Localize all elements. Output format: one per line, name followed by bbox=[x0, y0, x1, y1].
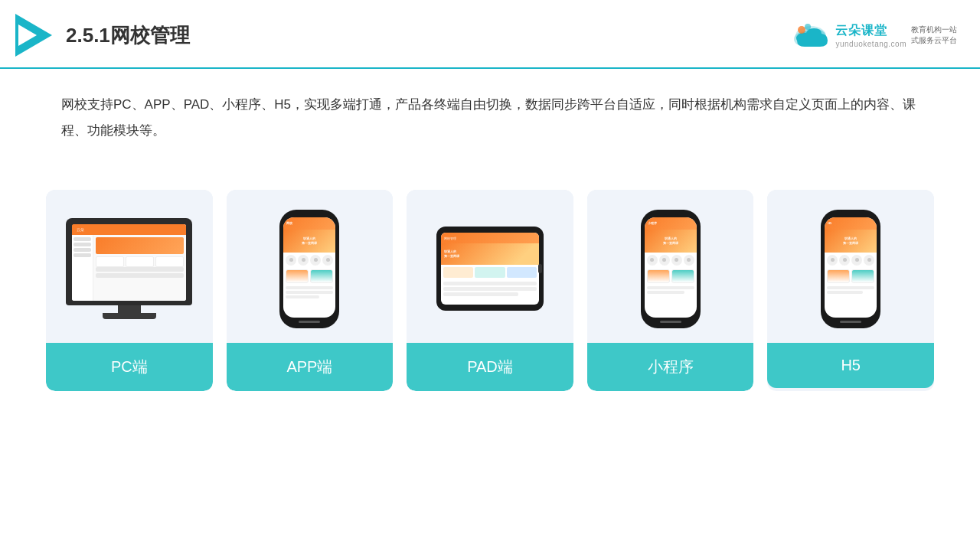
ph-icon-item bbox=[298, 255, 309, 266]
tab-bottom-rows bbox=[441, 280, 539, 299]
ph-header: H5 bbox=[825, 217, 877, 230]
card-pc-image: 云朵 bbox=[46, 190, 213, 343]
ph-icon-dot bbox=[650, 258, 654, 262]
tab-hero: 职通人的第一堂网课 bbox=[441, 243, 539, 265]
svg-point-3 bbox=[798, 26, 805, 34]
ph-icon-dot bbox=[314, 258, 318, 262]
ph-icon-dot bbox=[662, 258, 666, 262]
ph-icons-row bbox=[825, 253, 877, 268]
tablet-mockup: 网校管理 职通人的第一堂网课 bbox=[436, 227, 544, 311]
ph-content-row bbox=[647, 291, 685, 294]
ph-icon-item bbox=[659, 255, 670, 266]
ph-icon-item bbox=[671, 255, 682, 266]
phone-home-bar bbox=[299, 321, 320, 323]
ph-icon-item bbox=[286, 255, 296, 266]
card-miniapp-image: 小程序 职通人的第一堂网课 bbox=[587, 190, 754, 343]
monitor-screen: 云朵 bbox=[72, 224, 186, 301]
app-phone-screen: 网校 职通人的第一堂网课 bbox=[283, 217, 335, 318]
phone-notch bbox=[300, 210, 318, 215]
brand-url: yunduoketang.com bbox=[835, 40, 906, 48]
tab-header-text: 网校管理 bbox=[444, 236, 456, 240]
ph-icon-item bbox=[310, 255, 321, 266]
brand-logo-top: 云朵课堂 yunduoketang.com 教育机构一站式服务云平台 bbox=[791, 22, 957, 48]
tab-row bbox=[443, 287, 537, 291]
header-left: 2.5.1网校管理 bbox=[15, 14, 190, 57]
screen-main-row bbox=[96, 273, 184, 278]
screen-hero bbox=[96, 237, 184, 254]
pc-monitor: 云朵 bbox=[66, 218, 192, 319]
ph-header-text: H5 bbox=[828, 221, 831, 225]
ph-content-row bbox=[827, 291, 863, 294]
screen-main-row bbox=[96, 267, 184, 272]
sidebar-item bbox=[74, 253, 91, 257]
brand-arrow-icon bbox=[15, 14, 55, 57]
miniapp-phone-mockup: 小程序 职通人的第一堂网课 bbox=[641, 210, 701, 328]
ph-content-block bbox=[645, 285, 697, 297]
ph-icon-dot bbox=[843, 258, 847, 262]
ph-icon-dot bbox=[289, 258, 293, 262]
ph-course-item bbox=[827, 269, 850, 283]
tab-row bbox=[443, 292, 518, 296]
screen-bar: 云朵 bbox=[72, 224, 186, 235]
ph-course-grid bbox=[825, 268, 877, 285]
ph-course-item bbox=[647, 269, 670, 283]
tab-hero-content: 职通人的第一堂网课 bbox=[444, 249, 459, 258]
screen-cards-row bbox=[96, 256, 184, 267]
ph-hero: 职通人的第一堂网课 bbox=[283, 230, 335, 253]
ph-course-item bbox=[310, 269, 333, 283]
ph-hero-text: 职通人的第一堂网课 bbox=[302, 236, 317, 244]
h5-phone-mockup: H5 职通人的第一堂网课 bbox=[821, 210, 880, 328]
screen-main bbox=[93, 235, 186, 301]
tab-grid bbox=[441, 265, 539, 280]
phone-home-bar bbox=[840, 321, 861, 323]
ph-content-row bbox=[286, 291, 333, 294]
ph-icon-item bbox=[322, 255, 333, 266]
screen-card-mini bbox=[155, 256, 184, 267]
tab-grid-item bbox=[443, 267, 473, 278]
ph-icons-row bbox=[645, 253, 697, 268]
screen-sidebar bbox=[72, 235, 93, 301]
card-pad: 网校管理 职通人的第一堂网课 bbox=[407, 190, 573, 391]
card-app: 网校 职通人的第一堂网课 bbox=[227, 190, 394, 391]
ph-content-block bbox=[283, 285, 335, 302]
ph-icon-item bbox=[827, 255, 838, 266]
monitor-stand-top bbox=[118, 305, 141, 313]
ph-icon-dot bbox=[855, 258, 859, 262]
monitor-stand-bottom bbox=[103, 313, 156, 319]
miniapp-phone-screen: 小程序 职通人的第一堂网课 bbox=[645, 217, 697, 318]
ph-icon-dot bbox=[687, 258, 691, 262]
ph-icon-item bbox=[839, 255, 850, 266]
cards-container: 云朵 bbox=[0, 174, 980, 391]
brand-text-group: 云朵课堂 yunduoketang.com bbox=[835, 23, 906, 48]
ph-hero-text: 职通人的第一堂网课 bbox=[663, 236, 678, 244]
description-content: 网校支持PC、APP、PAD、小程序、H5，实现多端打通，产品各终端自由切换，数… bbox=[61, 97, 916, 138]
sidebar-item bbox=[74, 243, 91, 246]
tab-grid-item bbox=[507, 267, 537, 278]
ph-icon-item bbox=[864, 255, 874, 266]
app-phone-mockup: 网校 职通人的第一堂网课 bbox=[279, 210, 339, 328]
card-pc: 云朵 bbox=[46, 190, 213, 391]
page-title: 2.5.1网校管理 bbox=[66, 22, 190, 49]
ph-header: 小程序 bbox=[645, 217, 697, 230]
brand-name: 云朵课堂 bbox=[835, 23, 906, 39]
ph-header: 网校 bbox=[283, 217, 335, 230]
cloud-icon bbox=[791, 22, 831, 48]
ph-header-text: 小程序 bbox=[648, 221, 657, 225]
ph-content-row bbox=[647, 286, 694, 289]
ph-course-item bbox=[671, 269, 694, 283]
card-app-image: 网校 职通人的第一堂网课 bbox=[227, 190, 394, 343]
phone-notch bbox=[662, 210, 680, 215]
card-h5: H5 职通人的第一堂网课 bbox=[767, 190, 934, 391]
tab-grid-item bbox=[475, 267, 505, 278]
ph-hero: 职通人的第一堂网课 bbox=[645, 230, 697, 253]
card-h5-image: H5 职通人的第一堂网课 bbox=[767, 190, 934, 343]
sidebar-item bbox=[74, 248, 91, 252]
card-label-h5: H5 bbox=[767, 343, 934, 388]
tablet-screen: 网校管理 职通人的第一堂网课 bbox=[441, 233, 539, 305]
screen-bar-text: 云朵 bbox=[77, 227, 84, 232]
ph-icon-dot bbox=[831, 258, 835, 262]
ph-icons-row bbox=[283, 253, 335, 268]
ph-course-item bbox=[286, 269, 309, 283]
card-label-pad: PAD端 bbox=[407, 343, 573, 391]
ph-header-text: 网校 bbox=[286, 221, 292, 225]
